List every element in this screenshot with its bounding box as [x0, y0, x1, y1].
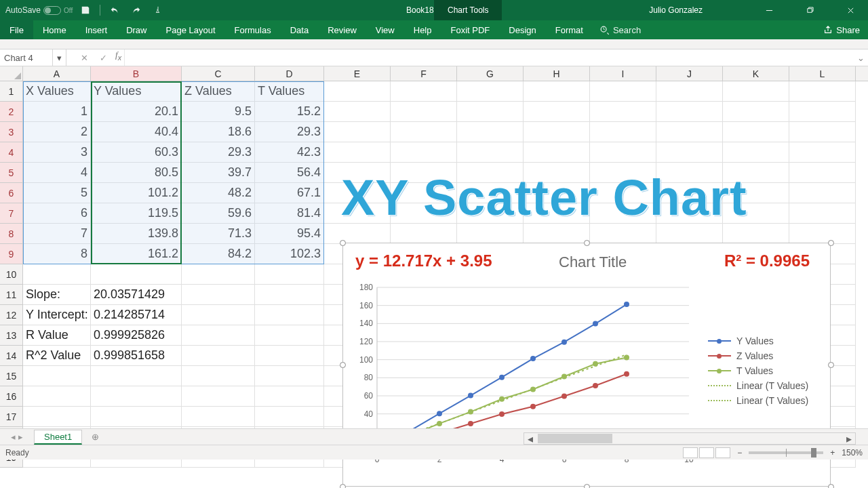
cell[interactable] [91, 366, 182, 386]
cell[interactable] [789, 163, 856, 183]
fx-icon[interactable]: fx [113, 49, 124, 66]
save-icon[interactable] [77, 1, 94, 20]
zoom-in-icon[interactable]: + [830, 448, 835, 458]
cell[interactable] [255, 285, 324, 305]
cell[interactable] [391, 102, 457, 122]
resize-handle[interactable] [340, 484, 346, 488]
tab-foxit-pdf[interactable]: Foxit PDF [441, 20, 500, 39]
cell[interactable]: 59.6 [182, 203, 255, 224]
cell[interactable] [255, 407, 324, 427]
cell[interactable]: 1 [23, 102, 91, 122]
tab-formulas[interactable]: Formulas [225, 20, 281, 39]
sheet-tab-active[interactable]: Sheet1 [34, 430, 82, 445]
legend-item[interactable]: Z Values [708, 350, 823, 361]
legend-item[interactable]: Linear (T Values) [708, 380, 823, 391]
col-header-l[interactable]: L [789, 66, 856, 81]
resize-handle[interactable] [828, 484, 834, 488]
tell-me-search[interactable]: Search [593, 20, 648, 39]
resize-handle[interactable] [340, 240, 346, 246]
cell[interactable]: 161.2 [91, 244, 182, 264]
cell[interactable] [590, 102, 656, 122]
cell[interactable]: 3 [23, 142, 91, 163]
col-header-d[interactable]: D [255, 66, 324, 81]
cell[interactable]: 9.5 [182, 102, 255, 122]
undo-icon[interactable] [106, 1, 123, 20]
cell[interactable] [590, 122, 656, 142]
cell[interactable] [723, 142, 789, 163]
enter-icon[interactable]: ✓ [94, 49, 113, 66]
cell[interactable]: 102.3 [255, 244, 324, 264]
scroll-left-icon[interactable]: ◂ [524, 433, 536, 444]
col-header-b[interactable]: B [91, 66, 182, 81]
cell[interactable] [255, 366, 324, 386]
cell[interactable]: 95.4 [255, 224, 324, 244]
legend-item[interactable]: Linear (T Values) [708, 395, 823, 406]
cell[interactable] [324, 142, 391, 163]
resize-handle[interactable] [828, 362, 834, 368]
cell[interactable] [590, 142, 656, 163]
scroll-right-icon[interactable]: ▸ [843, 433, 855, 444]
name-box-dropdown[interactable]: ▾ [53, 49, 66, 66]
cell[interactable] [723, 122, 789, 142]
cell[interactable] [789, 203, 856, 224]
cell[interactable]: R Value [23, 325, 91, 346]
row-header[interactable]: 6 [0, 183, 23, 203]
cell[interactable] [23, 366, 91, 386]
name-box[interactable]: Chart 4 [0, 49, 53, 66]
cell[interactable]: 39.7 [182, 163, 255, 183]
row-header[interactable]: 16 [0, 386, 23, 407]
cell[interactable] [590, 81, 656, 102]
cell[interactable] [524, 102, 590, 122]
cell[interactable] [656, 102, 723, 122]
cell[interactable]: 6 [23, 203, 91, 224]
cell[interactable]: Y Values [91, 81, 182, 102]
legend-item[interactable]: Y Values [708, 336, 823, 346]
cell[interactable] [391, 81, 457, 102]
cell[interactable] [656, 122, 723, 142]
cell[interactable] [255, 346, 324, 366]
resize-handle[interactable] [828, 240, 834, 246]
cell[interactable] [255, 305, 324, 325]
cell[interactable]: 119.5 [91, 203, 182, 224]
tab-draw[interactable]: Draw [117, 20, 156, 39]
cell[interactable] [656, 224, 723, 244]
tab-home[interactable]: Home [33, 20, 76, 39]
cell[interactable]: 60.3 [91, 142, 182, 163]
resize-handle[interactable] [340, 362, 346, 368]
cell[interactable] [457, 81, 524, 102]
worksheet-grid[interactable]: A B C D E F G H I J K L 1234567891011121… [0, 66, 868, 460]
cell[interactable]: 0.214285714 [91, 305, 182, 325]
cell[interactable] [590, 224, 656, 244]
cell[interactable] [91, 407, 182, 427]
cell[interactable]: R^2 Value [23, 346, 91, 366]
autosave-switch[interactable] [43, 6, 61, 15]
cell[interactable]: Z Values [182, 81, 255, 102]
cell[interactable] [23, 264, 91, 285]
cell[interactable] [91, 386, 182, 407]
row-header[interactable]: 14 [0, 346, 23, 366]
cell[interactable] [182, 407, 255, 427]
cell[interactable] [391, 122, 457, 142]
cancel-icon[interactable]: ✕ [75, 49, 94, 66]
tab-insert[interactable]: Insert [76, 20, 117, 39]
col-header-c[interactable]: C [182, 66, 255, 81]
legend-item[interactable]: T Values [708, 365, 823, 376]
share-button[interactable]: Share [815, 20, 868, 39]
cell[interactable]: 20.03571429 [91, 285, 182, 305]
col-header-a[interactable]: A [23, 66, 91, 81]
cell[interactable] [789, 102, 856, 122]
normal-view-icon[interactable] [683, 447, 698, 458]
cell[interactable] [457, 224, 524, 244]
cell[interactable] [182, 285, 255, 305]
cell[interactable]: 18.6 [182, 122, 255, 142]
cell[interactable]: 71.3 [182, 224, 255, 244]
resize-handle[interactable] [584, 484, 590, 488]
close-button[interactable] [835, 0, 865, 20]
cell[interactable] [524, 81, 590, 102]
scrollbar-thumb[interactable] [538, 434, 612, 443]
cell[interactable] [182, 264, 255, 285]
row-header[interactable]: 2 [0, 102, 23, 122]
row-header[interactable]: 8 [0, 224, 23, 244]
cell[interactable]: 20.1 [91, 102, 182, 122]
page-break-view-icon[interactable] [715, 447, 730, 458]
